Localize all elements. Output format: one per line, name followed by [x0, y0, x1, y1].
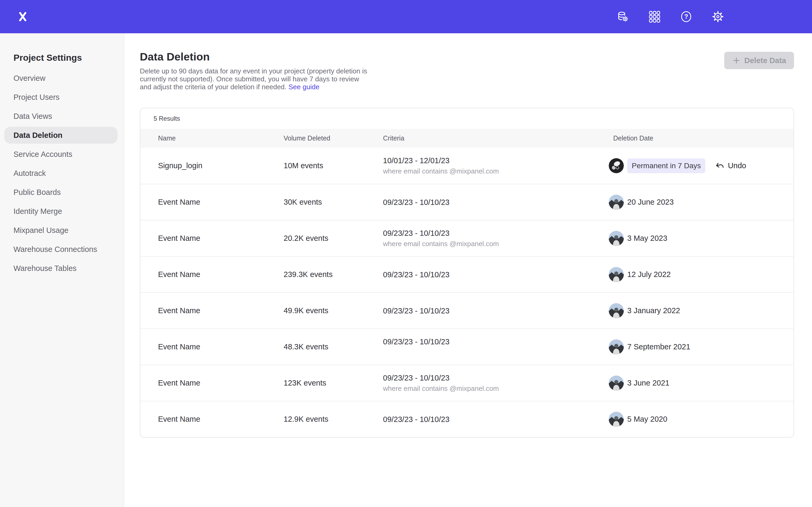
deletion-date: 7 September 2021	[627, 342, 691, 351]
deletion-date-cell: 7 September 2021	[609, 339, 794, 354]
sidebar-item-autotrack[interactable]: Autotrack	[4, 165, 118, 182]
status-badge: Permanent in 7 Days	[627, 158, 705, 173]
criteria-cell: 09/23/23 - 10/10/23	[383, 306, 609, 316]
deletion-date: 20 June 2023	[627, 198, 674, 207]
sidebar-item-public-boards[interactable]: Public Boards	[4, 184, 118, 201]
main-content: Data Deletion Delete up to 90 days data …	[124, 33, 812, 507]
criteria-cell: 09/23/23 - 10/10/23 where email contains…	[383, 228, 609, 248]
deletion-date-cell: Permanent in 7 Days Undo	[609, 158, 794, 173]
delete-data-button[interactable]: Delete Data	[724, 52, 794, 69]
table-row: Signup_login 10M events 10/01/23 - 12/01…	[140, 148, 794, 184]
volume-deleted: 10M events	[284, 161, 383, 170]
page-title: Data Deletion	[140, 50, 372, 63]
table-row: Event Name 123K events 09/23/23 - 10/10/…	[140, 365, 794, 401]
see-guide-link[interactable]: See guide	[288, 83, 319, 91]
results-count: 5 Results	[140, 108, 794, 129]
deletion-date-cell: 12 July 2022	[609, 267, 794, 282]
volume-deleted: 12.9K events	[284, 415, 383, 424]
data-management-icon[interactable]	[617, 11, 629, 23]
criteria-cell: 09/23/23 - 10/10/23	[383, 198, 609, 207]
character-avatar-image	[609, 158, 624, 173]
project-settings-sidebar: Project Settings Overview Project Users …	[0, 33, 124, 507]
table-row: Event Name 12.9K events 09/23/23 - 10/10…	[140, 401, 794, 437]
table-rows: Signup_login 10M events 10/01/23 - 12/01…	[140, 148, 794, 437]
table-header-row: Name Volume Deleted Criteria Deletion Da…	[140, 129, 794, 148]
user-avatar	[609, 158, 624, 173]
sidebar-heading: Project Settings	[0, 52, 124, 63]
deletion-date: 3 January 2022	[627, 306, 680, 315]
deletion-date: 3 May 2023	[627, 234, 667, 243]
sidebar-item-service-accounts[interactable]: Service Accounts	[4, 146, 118, 163]
criteria-date-range: 10/01/23 - 12/01/23	[383, 156, 609, 165]
criteria-date-range: 09/23/23 - 10/10/23	[383, 228, 609, 238]
event-name: Event Name	[158, 415, 284, 424]
deletion-date-cell: 3 January 2022	[609, 303, 794, 318]
user-avatar	[609, 303, 624, 318]
deletion-date-cell: 5 May 2020	[609, 412, 794, 427]
apps-grid-icon[interactable]	[648, 11, 661, 23]
user-avatar	[609, 267, 624, 282]
sidebar-item-project-users[interactable]: Project Users	[4, 89, 118, 106]
volume-deleted: 30K events	[284, 198, 383, 207]
deletion-date-cell: 20 June 2023	[609, 194, 794, 210]
help-icon[interactable]: ?	[680, 11, 692, 23]
settings-icon[interactable]	[712, 11, 724, 23]
deletion-date-cell: 3 June 2021	[609, 376, 794, 391]
top-navigation-bar: ?	[0, 0, 812, 33]
undo-button[interactable]: Undo	[715, 161, 746, 171]
landscape-avatar-image	[609, 267, 624, 282]
criteria-filter	[383, 347, 609, 357]
landscape-avatar-image	[609, 194, 624, 210]
criteria-date-range: 09/23/23 - 10/10/23	[383, 337, 609, 346]
criteria-date-range: 09/23/23 - 10/10/23	[383, 306, 609, 316]
event-name: Event Name	[158, 198, 284, 207]
sidebar-item-identity-merge[interactable]: Identity Merge	[4, 203, 118, 220]
sidebar-item-mixpanel-usage[interactable]: Mixpanel Usage	[4, 222, 118, 239]
table-row: Event Name 239.3K events 09/23/23 - 10/1…	[140, 256, 794, 292]
volume-deleted: 48.3K events	[284, 342, 383, 351]
event-name: Event Name	[158, 306, 284, 315]
volume-deleted: 123K events	[284, 379, 383, 387]
criteria-filter: where email contains @mixpanel.com	[383, 166, 609, 176]
undo-icon	[715, 161, 724, 171]
criteria-date-range: 09/23/23 - 10/10/23	[383, 373, 609, 383]
event-name: Event Name	[158, 379, 284, 387]
criteria-filter: where email contains @mixpanel.com	[383, 239, 609, 248]
criteria-cell: 09/23/23 - 10/10/23	[383, 414, 609, 424]
landscape-avatar-image	[609, 303, 624, 318]
column-header-volume-deleted: Volume Deleted	[284, 134, 383, 142]
deletion-date-cell: 3 May 2023	[609, 231, 794, 246]
undo-label: Undo	[728, 161, 746, 170]
table-row: Event Name 49.9K events 09/23/23 - 10/10…	[140, 292, 794, 329]
event-name: Event Name	[158, 234, 284, 243]
event-name: Signup_login	[158, 161, 284, 170]
deletion-date: 3 June 2021	[627, 379, 669, 387]
criteria-cell: 09/23/23 - 10/10/23	[383, 337, 609, 357]
user-avatar	[609, 231, 624, 246]
landscape-avatar-image	[609, 339, 624, 354]
table-row: Event Name 30K events 09/23/23 - 10/10/2…	[140, 184, 794, 220]
deletion-date: 12 July 2022	[627, 270, 671, 279]
criteria-filter: where email contains @mixpanel.com	[383, 384, 609, 393]
svg-text:?: ?	[684, 13, 688, 20]
criteria-cell: 09/23/23 - 10/10/23	[383, 270, 609, 279]
table-row: Event Name 48.3K events 09/23/23 - 10/10…	[140, 329, 794, 365]
sidebar-item-overview[interactable]: Overview	[4, 70, 118, 87]
sidebar-item-warehouse-tables[interactable]: Warehouse Tables	[4, 260, 118, 277]
plus-icon	[732, 56, 741, 65]
deletion-table-card: 5 Results Name Volume Deleted Criteria D…	[140, 108, 794, 438]
mixpanel-logo[interactable]	[17, 11, 29, 23]
sidebar-item-data-views[interactable]: Data Views	[4, 108, 118, 125]
volume-deleted: 49.9K events	[284, 306, 383, 315]
user-avatar	[609, 194, 624, 210]
criteria-date-range: 09/23/23 - 10/10/23	[383, 198, 609, 207]
criteria-cell: 09/23/23 - 10/10/23 where email contains…	[383, 373, 609, 393]
volume-deleted: 239.3K events	[284, 270, 383, 279]
page-title-block: Data Deletion Delete up to 90 days data …	[140, 50, 372, 91]
sidebar-item-warehouse-connections[interactable]: Warehouse Connections	[4, 241, 118, 258]
column-header-name: Name	[158, 134, 284, 142]
user-avatar	[609, 376, 624, 391]
criteria-date-range: 09/23/23 - 10/10/23	[383, 414, 609, 424]
sidebar-item-data-deletion[interactable]: Data Deletion	[4, 127, 118, 144]
landscape-avatar-image	[609, 231, 624, 246]
